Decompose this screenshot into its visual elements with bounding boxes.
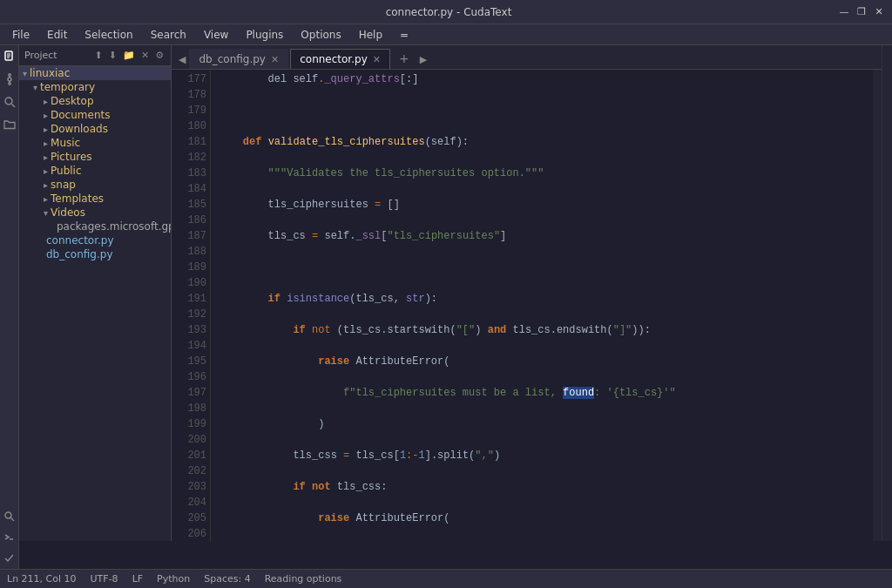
panel-title: Project: [24, 50, 57, 61]
tree-item-temporary[interactable]: ▾ temporary: [19, 80, 171, 94]
main-area: Project ⬆ ⬇ 📁 ✕ ⚙ ▾ linuxiac ▾ temporary: [0, 45, 892, 541]
minimize-button[interactable]: —: [838, 6, 850, 18]
panel-close-btn[interactable]: ✕: [139, 49, 151, 62]
tree-item-videos[interactable]: ▾ Videos: [19, 206, 171, 220]
checkmark-icon[interactable]: [2, 550, 17, 565]
folder-arrow-icon: ▸: [44, 97, 48, 106]
title-bar: connector.py - CudaText — ❐ ✕: [0, 0, 892, 24]
code-editor[interactable]: 177 178 179 180 181 182 183 184 185 186 …: [172, 70, 882, 541]
window-controls[interactable]: — ❐ ✕: [838, 6, 885, 18]
tree-item-documents[interactable]: ▸ Documents: [19, 108, 171, 122]
panel-header: Project ⬆ ⬇ 📁 ✕ ⚙: [19, 45, 171, 66]
menu-search[interactable]: Search: [144, 27, 193, 43]
status-encoding: UTF-8: [91, 573, 118, 585]
title-text: connector.py - CudaText: [59, 6, 838, 18]
folder-arrow-icon: ▸: [44, 194, 48, 204]
svg-point-6: [8, 83, 10, 84]
tab-connector[interactable]: connector.py ✕: [290, 49, 390, 69]
search-icon[interactable]: [2, 94, 17, 110]
folder-arrow-icon: ▸: [44, 180, 48, 190]
tab-label: connector.py: [300, 53, 368, 65]
tree-item-dbconfig[interactable]: db_config.py: [19, 247, 171, 261]
tab-scroll-right[interactable]: ▶: [416, 51, 430, 69]
panel-folder-btn[interactable]: 📁: [121, 49, 137, 62]
tab-close-connector[interactable]: ✕: [373, 54, 381, 65]
tree-item-templates[interactable]: ▸ Templates: [19, 192, 171, 206]
svg-point-5: [8, 74, 10, 76]
folder-arrow-icon: ▾: [33, 83, 37, 92]
status-line-ending: LF: [132, 573, 143, 585]
folder-arrow-icon: ▸: [44, 166, 48, 176]
menu-options[interactable]: Options: [294, 27, 348, 43]
tab-scroll-left[interactable]: ◀: [175, 51, 189, 69]
svg-point-9: [5, 98, 12, 105]
tab-close-db-config[interactable]: ✕: [271, 54, 279, 65]
file-panel: Project ⬆ ⬇ 📁 ✕ ⚙ ▾ linuxiac ▾ temporary: [19, 45, 172, 541]
svg-point-11: [5, 512, 11, 518]
menu-selection[interactable]: Selection: [78, 27, 139, 43]
tab-add-button[interactable]: +: [392, 48, 416, 69]
bottom-sidebar: [0, 504, 19, 569]
minimap: [882, 45, 892, 541]
menu-view[interactable]: View: [197, 27, 235, 43]
tree-item-linuxiac[interactable]: ▾ linuxiac: [19, 66, 171, 80]
panel-toolbar: ⬆ ⬇ 📁 ✕ ⚙: [92, 49, 166, 62]
tab-label: db_config.py: [199, 53, 266, 65]
status-language: Python: [157, 573, 190, 585]
tree-item-snap[interactable]: ▸ snap: [19, 178, 171, 192]
menu-extra[interactable]: =: [393, 27, 416, 43]
status-msg: Reading options: [265, 573, 342, 585]
tab-db-config[interactable]: db_config.py ✕: [189, 49, 288, 69]
tab-bar: ◀ db_config.py ✕ connector.py ✕ + ▶: [172, 45, 882, 70]
sidebar-icons: [0, 45, 19, 541]
right-scrollbar[interactable]: [873, 70, 882, 541]
code-content[interactable]: del self._query_attrs[:] def validate_tl…: [211, 70, 873, 541]
terminal-icon[interactable]: [2, 529, 17, 544]
tree-item-packages-gpg[interactable]: packages.microsoft.gpg: [19, 220, 171, 233]
panel-up-btn[interactable]: ⬆: [92, 49, 104, 62]
tree-item-connector[interactable]: connector.py: [19, 233, 171, 247]
tree-item-downloads[interactable]: ▸ Downloads: [19, 122, 171, 136]
folder-arrow-icon: ▸: [44, 139, 48, 148]
close-button[interactable]: ✕: [873, 6, 885, 18]
svg-line-12: [10, 517, 14, 521]
folder-arrow-icon: ▸: [44, 152, 48, 162]
git-icon[interactable]: [2, 71, 17, 87]
folder-arrow-icon: ▸: [44, 111, 48, 120]
tree-item-public[interactable]: ▸ Public: [19, 164, 171, 178]
tree-item-desktop[interactable]: ▸ Desktop: [19, 94, 171, 108]
svg-line-10: [11, 104, 15, 107]
svg-point-4: [8, 78, 11, 81]
status-bar: Ln 211, Col 10 UTF-8 LF Python Spaces: 4…: [0, 569, 892, 588]
folder-arrow-icon: ▸: [44, 125, 48, 134]
line-numbers: 177 178 179 180 181 182 183 184 185 186 …: [172, 70, 211, 541]
folder-icon[interactable]: [2, 117, 17, 132]
editor-area: ◀ db_config.py ✕ connector.py ✕ + ▶ 177 …: [172, 45, 882, 541]
menu-plugins[interactable]: Plugins: [239, 27, 290, 43]
panel-settings-btn[interactable]: ⚙: [153, 49, 166, 62]
status-position: Ln 211, Col 10: [7, 573, 77, 585]
menu-edit[interactable]: Edit: [40, 27, 74, 43]
menu-file[interactable]: File: [5, 27, 37, 43]
status-spaces: Spaces: 4: [204, 573, 250, 585]
maximize-button[interactable]: ❐: [855, 6, 868, 18]
menu-bar: File Edit Selection Search View Plugins …: [0, 24, 892, 45]
tree-item-pictures[interactable]: ▸ Pictures: [19, 150, 171, 164]
files-icon[interactable]: [2, 49, 17, 64]
search-bottom-icon[interactable]: [2, 508, 17, 524]
file-tree: ▾ linuxiac ▾ temporary ▸ Desktop ▸ Docum…: [19, 66, 171, 541]
menu-help[interactable]: Help: [352, 27, 389, 43]
tree-item-music[interactable]: ▸ Music: [19, 136, 171, 150]
folder-arrow-icon: ▾: [44, 208, 48, 218]
panel-down-btn[interactable]: ⬇: [107, 49, 118, 62]
folder-arrow-icon: ▾: [23, 69, 27, 78]
